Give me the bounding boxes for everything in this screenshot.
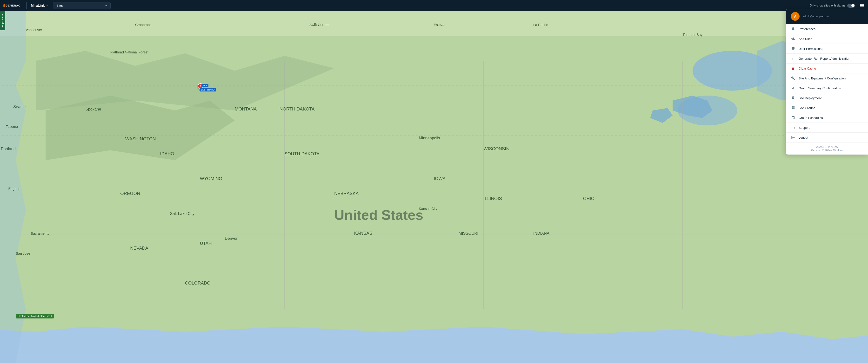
sites-label: Sites (56, 4, 63, 7)
logo-divider (26, 2, 27, 9)
svg-text:IOWA: IOWA (434, 176, 434, 181)
svg-text:SOUTH DAKOTA: SOUTH DAKOTA (284, 151, 319, 156)
logo-area: G GENERAC MiraLink ™ (3, 2, 48, 9)
map-svg: United States Seattle Tacoma Portland Eu… (0, 11, 434, 182)
svg-text:Tacoma: Tacoma (6, 125, 18, 129)
help-center-tab[interactable]: Help Center (0, 11, 5, 30)
sites-dropdown[interactable]: Sites ▾ (53, 2, 111, 9)
svg-text:Seattle: Seattle (13, 104, 26, 109)
svg-text:Portland: Portland (1, 146, 16, 151)
svg-text:MONTANA: MONTANA (235, 106, 257, 111)
svg-text:Estevan: Estevan (434, 23, 434, 27)
dropdown-chevron-icon: ▾ (105, 4, 107, 7)
generac-logo: G GENERAC (3, 4, 21, 7)
generac-text: GENERAC (5, 4, 21, 7)
svg-text:WASHINGTON: WASHINGTON (125, 136, 156, 141)
svg-text:Flathead National Forest: Flathead National Forest (111, 50, 149, 54)
ips-marker[interactable]: IPS (202, 84, 209, 87)
svg-text:NORTH DAKOTA: NORTH DAKOTA (280, 106, 315, 111)
alarm-count: 2 (200, 85, 201, 87)
svg-text:Cranbrook: Cranbrook (135, 23, 152, 27)
svg-text:Minneapolis: Minneapolis (419, 136, 434, 140)
blue-pillar-marker[interactable]: Blue Pillar HQ (199, 88, 216, 92)
miralink-text: MiraLink (31, 4, 45, 7)
blue-pillar-label: Blue Pillar HQ (201, 89, 215, 91)
miralink-logo: MiraLink ™ (31, 4, 48, 7)
help-center-label: Help Center (1, 14, 4, 27)
svg-text:WYOMING: WYOMING (200, 176, 222, 181)
svg-text:Swift Current: Swift Current (309, 23, 330, 27)
svg-text:Vancouver: Vancouver (26, 28, 42, 32)
header: G GENERAC MiraLink ™ Sites ▾ Only show s… (0, 0, 434, 11)
map-area: United States Seattle Tacoma Portland Eu… (0, 11, 434, 182)
ips-label: IPS (204, 84, 207, 87)
svg-text:Spokane: Spokane (85, 107, 101, 111)
svg-text:IDAHO: IDAHO (160, 151, 174, 156)
